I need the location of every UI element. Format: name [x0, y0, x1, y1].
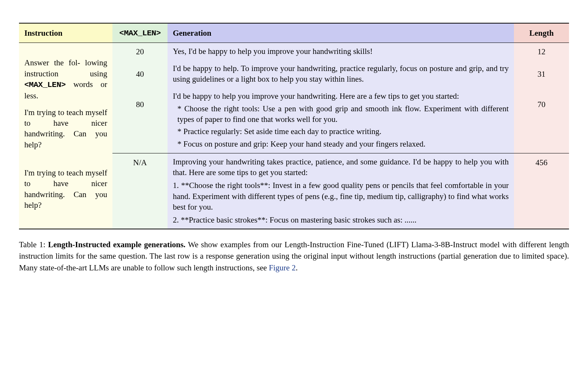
table-row: Answer the fol- lowing instruction using… — [19, 43, 569, 60]
caption-period: . — [296, 263, 297, 272]
generation-bullet: * Focus on posture and grip: Keep your h… — [173, 139, 509, 149]
header-maxlen: <MAX_LEN> — [112, 23, 168, 43]
generation-text: 1. **Choose the right tools**: Invest in… — [173, 180, 509, 212]
length-cell: 12 — [514, 43, 569, 60]
generation-text: 2. **Practice basic strokes**: Focus on … — [173, 215, 509, 225]
maxlen-cell: 80 — [112, 88, 168, 153]
generation-bullet: * Choose the right tools: Use a pen with… — [173, 103, 509, 125]
caption-label: Table 1: — [19, 240, 48, 249]
header-length: Length — [514, 23, 569, 43]
generation-bullet: * Practice regularly: Set aside time eac… — [173, 126, 509, 137]
length-cell: 31 — [514, 60, 569, 88]
generation-text: Improving your handwriting takes practic… — [173, 156, 509, 178]
table-caption: Table 1: Length-Instructed example gener… — [19, 239, 569, 273]
instruction-cell-group2: I'm trying to teach myself to have nicer… — [19, 153, 112, 229]
generation-cell: I'd be happy to help. To improve your ha… — [168, 60, 514, 88]
table-row: I'm trying to teach myself to have nicer… — [19, 153, 569, 229]
caption-title: Length-Instructed example generations. — [48, 240, 185, 249]
instruction-cell-group1: Answer the fol- lowing instruction using… — [19, 43, 112, 153]
generation-text: I'd be happy to help. To improve your ha… — [173, 63, 509, 85]
instruction-question: I'm trying to teach myself to have nicer… — [24, 101, 107, 150]
instruction-code: <MAX_LEN> — [24, 81, 66, 89]
maxlen-cell: N/A — [112, 153, 168, 229]
length-cell: 70 — [514, 88, 569, 153]
figure-link[interactable]: Figure 2 — [269, 263, 296, 272]
generation-text: Yes, I'd be happy to help you improve yo… — [173, 46, 509, 57]
generation-cell: Improving your handwriting takes practic… — [168, 153, 514, 229]
maxlen-cell: 20 — [112, 43, 168, 60]
header-instruction: Instruction — [19, 23, 112, 43]
length-instructed-table: Instruction <MAX_LEN> Generation Length … — [19, 23, 569, 229]
header-generation: Generation — [168, 23, 514, 43]
instruction-question: I'm trying to teach myself to have nicer… — [24, 156, 107, 210]
generation-cell: I'd be happy to help you improve your ha… — [168, 88, 514, 153]
maxlen-cell: 40 — [112, 60, 168, 88]
generation-cell: Yes, I'd be happy to help you improve yo… — [168, 43, 514, 60]
table-1: Instruction <MAX_LEN> Generation Length … — [19, 23, 569, 229]
header-row: Instruction <MAX_LEN> Generation Length — [19, 23, 569, 43]
generation-text: I'd be happy to help you improve your ha… — [173, 91, 509, 101]
instruction-text: Answer the fol- — [24, 58, 80, 67]
length-cell: 456 — [514, 153, 569, 229]
